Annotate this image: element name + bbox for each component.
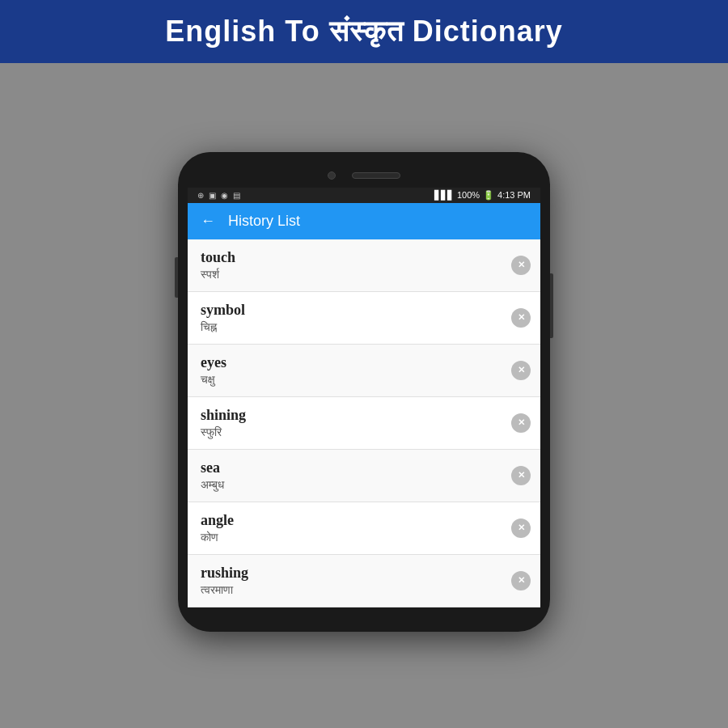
list-item-sanskrit: स्फुरि [201,425,500,439]
list-item-english: shining [201,407,500,424]
remove-item-button[interactable] [511,361,531,380]
top-banner: English To संस्कृत Dictionary [0,0,728,63]
remove-item-button[interactable] [511,571,531,590]
remove-item-button[interactable] [511,256,531,275]
remove-item-button[interactable] [511,466,531,485]
list-item[interactable]: rushingत्वरमाणा [188,555,540,607]
list-item-english: eyes [201,354,500,371]
remove-item-button[interactable] [511,308,531,328]
list-item-sanskrit: चक्षु [201,373,500,387]
status-right: ▋▋▋ 100% 🔋 4:13 PM [434,190,531,201]
status-left: ⊕ ▣ ◉ ▤ [197,191,240,200]
list-item-sanskrit: चिह्न [201,320,500,334]
battery-percent: 100% [457,190,480,200]
screenshot-icon: ▣ [209,191,216,200]
phone-camera [328,171,336,180]
usb-icon: ⊕ [197,191,204,200]
phone-top [188,167,540,188]
app-bar-title: History List [228,213,300,230]
phone-side-left [175,257,178,298]
time-display: 4:13 PM [497,190,531,200]
main-area: ⊕ ▣ ◉ ▤ ▋▋▋ 100% 🔋 4:13 PM ← History Lis… [0,63,728,728]
remove-item-button[interactable] [511,413,531,433]
list-item-sanskrit: अम्बुध [201,478,500,492]
list-item-english: rushing [201,565,500,582]
list-item[interactable]: symbolचिह्न [188,292,540,345]
list-item-sanskrit: कोण [201,531,500,544]
list-item-english: touch [201,249,500,266]
sync-icon: ◉ [221,191,228,200]
list-item-english: sea [201,459,500,476]
phone-speaker [352,172,400,179]
list-item-sanskrit: त्वरमाणा [201,583,500,597]
status-bar: ⊕ ▣ ◉ ▤ ▋▋▋ 100% 🔋 4:13 PM [188,188,540,203]
list-item-english: symbol [201,302,500,319]
signal-icon: ▋▋▋ [434,190,454,201]
phone-device: ⊕ ▣ ◉ ▤ ▋▋▋ 100% 🔋 4:13 PM ← History Lis… [178,152,550,632]
remove-item-button[interactable] [511,518,531,538]
app-bar: ← History List [188,203,540,239]
battery-save-icon: ▤ [233,191,240,200]
list-item[interactable]: angleकोण [188,502,540,555]
list-item-sanskrit: स्पर्श [201,268,500,281]
back-button[interactable]: ← [201,213,215,230]
list-item[interactable]: eyesचक्षु [188,345,540,397]
banner-title: English To संस्कृत Dictionary [165,15,562,49]
battery-icon: 🔋 [483,190,494,201]
list-item-english: angle [201,512,500,529]
history-list: touchस्पर्शsymbolचिह्नeyesचक्षुshiningस्… [188,239,540,607]
list-item[interactable]: shiningस्फुरि [188,397,540,450]
list-item[interactable]: touchस्पर्श [188,239,540,292]
phone-side-right [550,273,553,338]
list-item[interactable]: seaअम्बुध [188,450,540,502]
